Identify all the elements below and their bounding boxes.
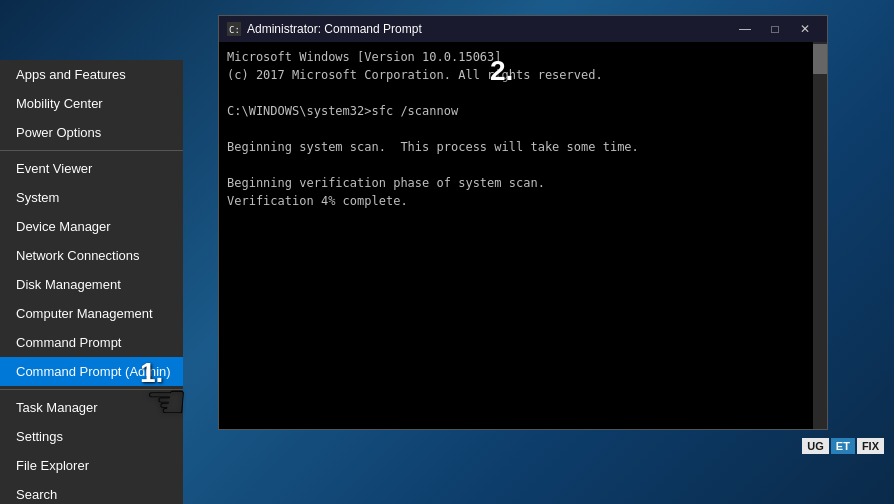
cmd-scrollbar-thumb[interactable] [813, 44, 827, 74]
menu-item-system[interactable]: System [0, 183, 183, 212]
cmd-title: Administrator: Command Prompt [247, 22, 422, 36]
close-button[interactable]: ✕ [791, 19, 819, 39]
menu-item-file-explorer[interactable]: File Explorer [0, 451, 183, 480]
menu-item-event-viewer[interactable]: Event Viewer [0, 154, 183, 183]
cmd-controls: — □ ✕ [731, 19, 819, 39]
menu-item-computer-management[interactable]: Computer Management [0, 299, 183, 328]
cmd-scrollbar[interactable] [813, 42, 827, 429]
menu-item-command-prompt[interactable]: Command Prompt [0, 328, 183, 357]
menu-item-search[interactable]: Search [0, 480, 183, 504]
logo-et: ET [831, 438, 855, 454]
logo-fix: FIX [857, 438, 884, 454]
cmd-window: C: Administrator: Command Prompt — □ ✕ M… [218, 15, 828, 430]
menu-item-disk-management[interactable]: Disk Management [0, 270, 183, 299]
cmd-titlebar-left: C: Administrator: Command Prompt [227, 22, 422, 36]
context-menu: Apps and FeaturesMobility CenterPower Op… [0, 60, 183, 504]
logo-ug: UG [802, 438, 829, 454]
hand-cursor-2: ☞ [455, 75, 498, 131]
menu-item-power-options[interactable]: Power Options [0, 118, 183, 147]
menu-divider [0, 150, 183, 151]
logo-watermark: UGETFIX [802, 438, 884, 454]
menu-item-network-connections[interactable]: Network Connections [0, 241, 183, 270]
desktop: Apps and FeaturesMobility CenterPower Op… [0, 0, 894, 504]
minimize-button[interactable]: — [731, 19, 759, 39]
cmd-output-text: Microsoft Windows [Version 10.0.15063] (… [227, 48, 819, 210]
cmd-titlebar: C: Administrator: Command Prompt — □ ✕ [219, 16, 827, 42]
cmd-output-area: Microsoft Windows [Version 10.0.15063] (… [219, 42, 827, 429]
menu-item-apps-and-features[interactable]: Apps and Features [0, 60, 183, 89]
svg-text:C:: C: [229, 25, 240, 35]
maximize-button[interactable]: □ [761, 19, 789, 39]
menu-item-mobility-center[interactable]: Mobility Center [0, 89, 183, 118]
menu-item-device-manager[interactable]: Device Manager [0, 212, 183, 241]
hand-cursor-1: ☞ [145, 373, 188, 429]
cmd-app-icon: C: [227, 22, 241, 36]
